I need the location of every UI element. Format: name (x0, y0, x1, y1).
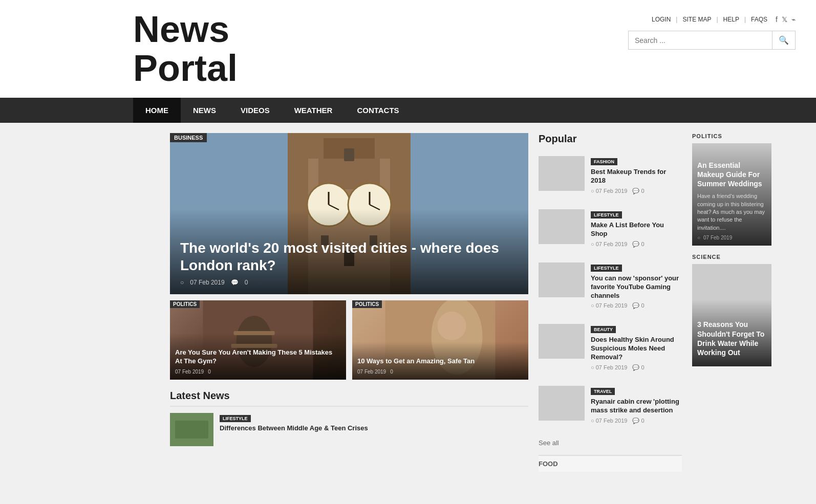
main-container: BUSINESS The world's 20 most visited cit… (170, 123, 769, 482)
popular-tag-1: LIFESTYLE (591, 211, 622, 218)
left-sidebar (0, 123, 123, 482)
nav-contacts[interactable]: CONTACTS (345, 98, 411, 123)
popular-date-2: ○ 07 Feb 2019 (591, 302, 627, 309)
small-overlay-0: Are You Sure You Aren't Making These 5 M… (170, 333, 346, 380)
featured-title: The world's 20 most visited cities - whe… (180, 239, 518, 274)
sidebar-image-0: An Essential Makeup Guide For Summer Wed… (692, 143, 771, 246)
popular-tag-3: BEAUTY (591, 326, 616, 333)
small-tag-1: POLITICS (352, 300, 382, 308)
svg-rect-30 (539, 386, 585, 421)
popular-meta-4: ○ 07 Feb 2019 💬 0 (591, 418, 682, 424)
popular-column: Popular FASHION Best Makeup Trends for 2… (539, 133, 682, 472)
small-comments-0: 0 (208, 369, 211, 375)
popular-article-title-3: Does Healthy Skin Around Suspicious Mole… (591, 336, 682, 362)
sidebar-overlay-0: An Essential Makeup Guide For Summer Wed… (692, 143, 771, 246)
popular-date-3: ○ 07 Feb 2019 (591, 364, 627, 371)
popular-item-1[interactable]: LIFESTYLE Make A List Before You Shop ○ … (539, 209, 682, 255)
latest-info-0: LIFESTYLE Differences Between Middle Age… (220, 413, 528, 446)
sitemap-link[interactable]: SITE MAP (682, 16, 711, 23)
facebook-icon[interactable]: f (776, 15, 778, 24)
sidebar-date-0: 07 Feb 2019 (703, 235, 732, 240)
small-card-1[interactable]: POLITICS 10 Ways to Get an Amazing, Safe… (352, 300, 528, 380)
small-meta-1: 07 Feb 2019 0 (357, 369, 523, 375)
featured-date: 07 Feb 2019 (190, 279, 224, 286)
popular-info-3: BEAUTY Does Healthy Skin Around Suspicio… (591, 324, 682, 371)
site-title: News Portal (133, 10, 628, 87)
clock-icon: ○ (180, 279, 184, 286)
sidebar-article-title-1: 3 Reasons You Shouldn't Forget To Drink … (697, 320, 766, 357)
login-link[interactable]: LOGIN (652, 16, 671, 23)
popular-meta-0: ○ 07 Feb 2019 💬 0 (591, 188, 682, 194)
nav-weather[interactable]: WEATHER (282, 98, 345, 123)
twitter-icon[interactable]: 𝕏 (782, 15, 787, 24)
latest-tag-0: LIFESTYLE (220, 415, 251, 422)
popular-date-1: ○ 07 Feb 2019 (591, 241, 627, 248)
popular-info-0: FASHION Best Makeup Trends for 2018 ○ 07… (591, 156, 682, 194)
small-title-1: 10 Ways to Get an Amazing, Safe Tan (357, 357, 523, 366)
featured-meta: ○ 07 Feb 2019 💬 0 (180, 279, 518, 286)
sidebar-label-0: POLITICS (692, 133, 771, 139)
popular-date-0: ○ 07 Feb 2019 (591, 188, 627, 194)
popular-date-4: ○ 07 Feb 2019 (591, 418, 627, 424)
popular-info-4: TRAVEL Ryanair cabin crew 'plotting mass… (591, 386, 682, 424)
popular-tag-4: TRAVEL (591, 388, 615, 395)
nav-videos[interactable]: VIDEOS (228, 98, 282, 123)
popular-comments-4: 💬 0 (632, 418, 644, 424)
sidebar-excerpt-0: Have a friend's wedding coming up in thi… (697, 192, 766, 232)
popular-list: FASHION Best Makeup Trends for 2018 ○ 07… (539, 156, 682, 432)
nav-news[interactable]: NEWS (181, 98, 228, 123)
help-link[interactable]: HELP (723, 16, 739, 23)
featured-comments: 0 (245, 279, 248, 286)
popular-tag-0: FASHION (591, 158, 617, 165)
popular-article-title-4: Ryanair cabin crew 'plotting mass strike… (591, 398, 682, 415)
sidebar-sections: POLITICS An Essential Makeup Guide For S… (692, 133, 771, 366)
title-line2: Portal (133, 48, 238, 89)
see-all[interactable]: See all (539, 439, 682, 447)
left-column: BUSINESS The world's 20 most visited cit… (170, 133, 528, 472)
popular-tag-2: LIFESTYLE (591, 265, 622, 272)
svg-rect-27 (539, 209, 585, 244)
title-line1: News (133, 9, 229, 50)
nav-home[interactable]: HOME (133, 98, 181, 123)
search-button[interactable]: 🔍 (772, 31, 795, 49)
svg-rect-29 (539, 324, 585, 359)
social-links: f 𝕏 ⌁ (776, 15, 796, 24)
popular-item-3[interactable]: BEAUTY Does Healthy Skin Around Suspicio… (539, 324, 682, 379)
search-bar: 🔍 (628, 31, 796, 50)
sidebar-article-title-0: An Essential Makeup Guide For Summer Wed… (697, 161, 766, 189)
small-comments-1: 0 (390, 369, 393, 375)
small-card-0[interactable]: POLITICS Are You Sure You Aren't Making … (170, 300, 346, 380)
sidebar-card-0: POLITICS An Essential Makeup Guide For S… (692, 133, 771, 246)
small-tag-0: POLITICS (170, 300, 200, 308)
popular-comments-0: 💬 0 (632, 188, 644, 194)
rss-icon[interactable]: ⌁ (791, 15, 796, 24)
main-nav: HOME NEWS VIDEOS WEATHER CONTACTS (0, 98, 816, 123)
popular-thumb-0 (539, 156, 585, 191)
food-label: FOOD (539, 455, 682, 472)
faqs-link[interactable]: FAQS (751, 16, 767, 23)
popular-thumb-1 (539, 209, 585, 244)
sidebar-clock-icon-0: ○ (697, 235, 700, 240)
popular-comments-3: 💬 0 (632, 364, 644, 371)
popular-info-1: LIFESTYLE Make A List Before You Shop ○ … (591, 209, 682, 248)
sidebar-overlay-1: 3 Reasons You Shouldn't Forget To Drink … (692, 299, 771, 366)
popular-item-4[interactable]: TRAVEL Ryanair cabin crew 'plotting mass… (539, 386, 682, 432)
latest-thumb-0 (170, 413, 213, 446)
right-sidebar: POLITICS An Essential Makeup Guide For S… (692, 133, 771, 472)
small-overlay-1: 10 Ways to Get an Amazing, Safe Tan 07 F… (352, 342, 528, 380)
popular-info-2: LIFESTYLE You can now 'sponsor' your fav… (591, 262, 682, 310)
latest-item-0[interactable]: LIFESTYLE Differences Between Middle Age… (170, 413, 528, 446)
popular-title: Popular (539, 133, 682, 149)
small-date-1: 07 Feb 2019 (357, 369, 386, 375)
svg-rect-28 (539, 262, 585, 297)
featured-overlay: The world's 20 most visited cities - whe… (170, 209, 528, 294)
latest-news-section: Latest News LIFESTYLE Differences Betwee… (170, 390, 528, 446)
popular-item-2[interactable]: LIFESTYLE You can now 'sponsor' your fav… (539, 262, 682, 317)
small-date-0: 07 Feb 2019 (175, 369, 204, 375)
sidebar-card-1: SCIENCE 3 Reasons You Shouldn't Forget T… (692, 254, 771, 366)
popular-thumb-2 (539, 262, 585, 297)
svg-rect-25 (175, 421, 208, 439)
search-input[interactable] (629, 31, 772, 49)
popular-item-0[interactable]: FASHION Best Makeup Trends for 2018 ○ 07… (539, 156, 682, 202)
small-meta-0: 07 Feb 2019 0 (175, 369, 341, 375)
